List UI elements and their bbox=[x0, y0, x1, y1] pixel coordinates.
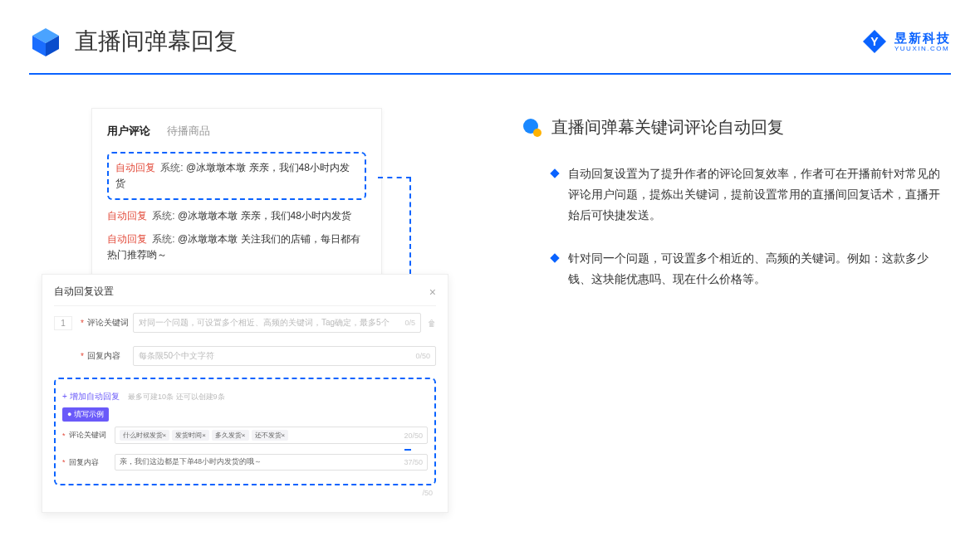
content-label: 回复内容 bbox=[87, 350, 133, 362]
tab-pending-goods[interactable]: 待播商品 bbox=[167, 124, 210, 139]
example-keyword-label: 评论关键词 bbox=[69, 430, 115, 441]
cube-icon bbox=[29, 25, 62, 58]
add-hint: 最多可建10条 还可以创建9条 bbox=[128, 393, 225, 401]
example-content-row: * 回复内容 亲，我们这边都是下单48小时内发货的哦～ 37/50 bbox=[62, 449, 428, 475]
system-tag: 系统: bbox=[160, 162, 183, 173]
comment-line: 自动回复 系统: @冰墩墩本墩 关注我们的店铺，每日都有热门推荐哟～ bbox=[107, 232, 366, 263]
settings-header: 自动回复设置 × bbox=[54, 285, 436, 306]
example-content-label: 回复内容 bbox=[69, 457, 115, 468]
keyword-row: 1 * 评论关键词 对同一个问题，可设置多个相近、高频的关键词，Tag确定，最多… bbox=[54, 306, 436, 339]
outer-counter: /50 bbox=[54, 485, 436, 497]
char-counter: 0/50 bbox=[415, 352, 430, 360]
system-tag: 系统: bbox=[152, 210, 174, 222]
section-title-row: 直播间弹幕关键词评论自动回复 bbox=[523, 116, 951, 139]
page-title: 直播间弹幕回复 bbox=[75, 26, 238, 57]
chip[interactable]: 还不发货× bbox=[252, 430, 289, 441]
section-dot-icon bbox=[523, 119, 541, 137]
section-title: 直播间弹幕关键词评论自动回复 bbox=[551, 116, 784, 139]
bullet-list: 自动回复设置为了提升作者的评论回复效率，作者可在开播前针对常见的评论用户问题，提… bbox=[523, 163, 951, 290]
required-mark: * bbox=[62, 432, 66, 440]
keyword-label: 评论关键词 bbox=[87, 317, 133, 329]
keyword-input[interactable]: 对同一个问题，可设置多个相近、高频的关键词，Tag确定，最多5个 0/5 bbox=[133, 313, 421, 333]
placeholder-text: 对同一个问题，可设置多个相近、高频的关键词，Tag确定，最多5个 bbox=[139, 317, 390, 329]
connector-line bbox=[378, 177, 411, 178]
placeholder-text: 每条限50个中文字符 bbox=[139, 350, 214, 362]
left-column: 用户评论 待播商品 自动回复 系统: @冰墩墩本墩 亲亲，我们48小时内发货 自… bbox=[42, 108, 473, 311]
right-column: 直播间弹幕关键词评论自动回复 自动回复设置为了提升作者的评论回复效率，作者可在开… bbox=[473, 108, 951, 311]
comment-line: 自动回复 系统: @冰墩墩本墩 亲亲，我们48小时内发货 bbox=[107, 208, 366, 224]
comments-panel: 用户评论 待播商品 自动回复 系统: @冰墩墩本墩 亲亲，我们48小时内发货 自… bbox=[91, 108, 382, 282]
content-row: * 回复内容 每条限50个中文字符 0/50 bbox=[54, 339, 436, 373]
brand-name-en: YUUXIN.COM bbox=[894, 46, 951, 52]
char-counter: 37/50 bbox=[404, 458, 423, 466]
auto-reply-tag: 自动回复 bbox=[107, 210, 147, 222]
auto-reply-tag: 自动回复 bbox=[107, 233, 147, 245]
close-icon[interactable]: × bbox=[429, 285, 436, 299]
char-counter: 20/50 bbox=[404, 432, 423, 440]
brand-name-cn: 昱新科技 bbox=[894, 32, 951, 44]
diamond-icon bbox=[550, 253, 559, 262]
content-input[interactable]: 每条限50个中文字符 0/50 bbox=[133, 346, 436, 366]
example-tag: ● 填写示例 bbox=[62, 407, 109, 422]
auto-reply-tag: 自动回复 bbox=[115, 162, 155, 173]
bullet-text: 自动回复设置为了提升作者的评论回复效率，作者可在开播前针对常见的评论用户问题，提… bbox=[568, 163, 951, 227]
brand-icon: Y bbox=[861, 28, 888, 55]
add-auto-reply-link[interactable]: + 增加自动回复 bbox=[62, 392, 120, 401]
chip[interactable]: 什么时候发货× bbox=[120, 430, 170, 441]
settings-panel: 自动回复设置 × 1 * 评论关键词 对同一个问题，可设置多个相近、高频的关键词… bbox=[42, 274, 448, 513]
required-mark: * bbox=[81, 352, 84, 361]
chip[interactable]: 发货时间× bbox=[172, 430, 209, 441]
row-number: 1 bbox=[54, 316, 72, 330]
tabs: 用户评论 待播商品 bbox=[107, 124, 366, 139]
comment-text: @冰墩墩本墩 亲亲，我们48小时内发货 bbox=[178, 210, 351, 222]
svg-text:Y: Y bbox=[870, 35, 879, 48]
keyword-chips[interactable]: 什么时候发货× 发货时间× 多久发货× 还不发货× 20/50 bbox=[115, 427, 428, 444]
chip[interactable]: 多久发货× bbox=[212, 430, 249, 441]
bullet-item: 自动回复设置为了提升作者的评论回复效率，作者可在开播前针对常见的评论用户问题，提… bbox=[551, 163, 951, 227]
connector-line bbox=[404, 449, 411, 451]
delete-icon[interactable]: 🗑 bbox=[428, 319, 436, 328]
page-header: 直播间弹幕回复 Y 昱新科技 YUUXIN.COM bbox=[0, 0, 980, 58]
bullet-item: 针对同一个问题，可设置多个相近的、高频的关键词。例如：这款多少钱、这块能优惠吗、… bbox=[551, 248, 951, 290]
example-keyword-row: * 评论关键词 什么时候发货× 发货时间× 多久发货× 还不发货× 20/50 bbox=[62, 422, 428, 449]
diamond-icon bbox=[550, 168, 559, 178]
highlighted-comment: 自动回复 系统: @冰墩墩本墩 亲亲，我们48小时内发货 bbox=[107, 152, 366, 200]
system-tag: 系统: bbox=[152, 233, 174, 245]
required-mark: * bbox=[81, 319, 84, 328]
tab-user-comments[interactable]: 用户评论 bbox=[107, 124, 150, 139]
settings-title: 自动回复设置 bbox=[54, 285, 114, 299]
example-box: + 增加自动回复 最多可建10条 还可以创建9条 ● 填写示例 * 评论关键词 … bbox=[54, 378, 436, 485]
required-mark: * bbox=[62, 458, 66, 466]
char-counter: 0/5 bbox=[404, 319, 415, 327]
example-content-input[interactable]: 亲，我们这边都是下单48小时内发货的哦～ 37/50 bbox=[115, 454, 428, 471]
example-content-text: 亲，我们这边都是下单48小时内发货的哦～ bbox=[120, 457, 262, 467]
bullet-text: 针对同一个问题，可设置多个相近的、高频的关键词。例如：这款多少钱、这块能优惠吗、… bbox=[568, 248, 951, 290]
brand: Y 昱新科技 YUUXIN.COM bbox=[861, 28, 951, 55]
